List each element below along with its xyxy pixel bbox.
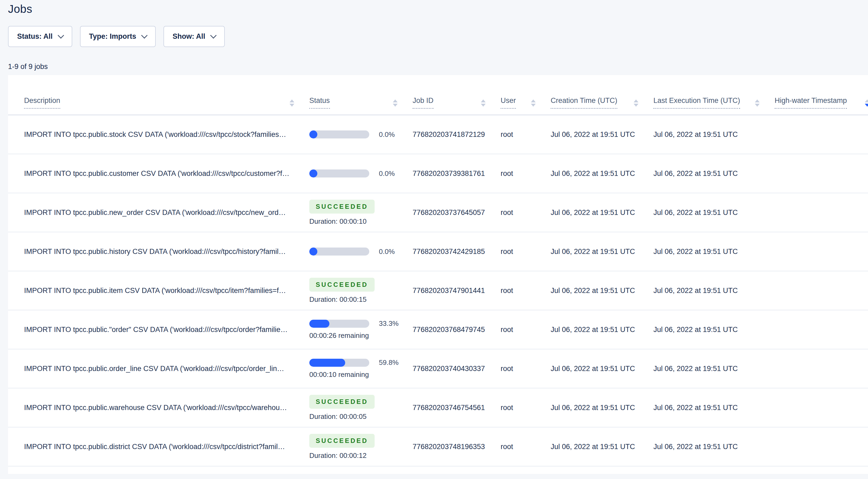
duration-text: Duration: 00:00:12: [309, 451, 412, 460]
column-header-description[interactable]: Description: [24, 97, 309, 115]
description-cell[interactable]: IMPORT INTO tpcc.public.item CSV DATA ('…: [24, 286, 309, 295]
job-row[interactable]: IMPORT INTO tpcc.public.stock CSV DATA (…: [8, 115, 868, 154]
progress-fill: [309, 169, 317, 177]
user-cell: root: [501, 286, 551, 295]
sort-desc-icon: [865, 104, 868, 107]
job-row[interactable]: IMPORT INTO tpcc.public.new_order CSV DA…: [8, 193, 868, 232]
job-row[interactable]: IMPORT INTO tpcc.public.history CSV DATA…: [8, 232, 868, 271]
sort-desc-icon: [289, 104, 294, 107]
column-label: User: [501, 97, 516, 109]
progress-bar-row: 0.0%: [309, 247, 412, 256]
sort-asc-icon: [531, 99, 536, 102]
table-header-row: DescriptionStatusJob IDUserCreation Time…: [8, 75, 868, 115]
user-cell: root: [501, 365, 551, 373]
description-cell[interactable]: IMPORT INTO tpcc.public.order_line CSV D…: [24, 365, 309, 373]
status-badge: SUCCEEDED: [309, 434, 375, 448]
show-filter-dropdown[interactable]: Show: All: [163, 26, 225, 47]
status-filter-dropdown[interactable]: Status: All: [8, 26, 72, 47]
progress-percent: 0.0%: [379, 131, 395, 139]
job-row[interactable]: IMPORT INTO tpcc.public.item CSV DATA ('…: [8, 271, 868, 310]
sort-carets-icon[interactable]: [393, 99, 398, 107]
progress-bar: [309, 169, 369, 177]
job-row[interactable]: IMPORT INTO tpcc.public.order_line CSV D…: [8, 349, 868, 388]
chevron-down-icon: [58, 32, 64, 38]
progress-bar-row: 0.0%: [309, 169, 412, 178]
sort-asc-icon: [755, 99, 760, 102]
status-cell: 59.8%00:00:10 remaining: [309, 358, 412, 379]
user-cell: root: [501, 443, 551, 451]
duration-text: Duration: 00:00:05: [309, 412, 412, 421]
sort-desc-icon: [633, 104, 639, 107]
type-filter-dropdown[interactable]: Type: Imports: [80, 26, 156, 47]
creation-time-cell: Jul 06, 2022 at 19:51 UTC: [551, 169, 653, 178]
sort-carets-icon[interactable]: [755, 99, 760, 107]
last-execution-time-cell: Jul 06, 2022 at 19:51 UTC: [653, 404, 775, 412]
progress-percent: 0.0%: [379, 169, 395, 178]
progress-bar-row: 59.8%: [309, 358, 412, 367]
last-execution-time-cell: Jul 06, 2022 at 19:51 UTC: [653, 247, 775, 256]
column-label: Creation Time (UTC): [551, 97, 617, 109]
jobs-table-card: DescriptionStatusJob IDUserCreation Time…: [8, 75, 868, 474]
status-cell: 33.3%00:00:26 remaining: [309, 319, 412, 340]
last-execution-time-cell: Jul 06, 2022 at 19:51 UTC: [653, 365, 775, 373]
progress-percent: 33.3%: [379, 319, 399, 328]
sort-asc-icon: [865, 99, 868, 102]
job-id-cell: 776820203768479745: [412, 326, 501, 334]
sort-carets-icon[interactable]: [865, 99, 868, 107]
sort-carets-icon[interactable]: [481, 99, 486, 107]
sort-carets-icon[interactable]: [531, 99, 536, 107]
job-row[interactable]: IMPORT INTO tpcc.public.district CSV DAT…: [8, 427, 868, 467]
results-count: 1-9 of 9 jobs: [8, 63, 48, 71]
show-filter-label: Show: All: [173, 32, 205, 41]
remaining-time: 00:00:26 remaining: [309, 332, 412, 340]
column-header-user[interactable]: User: [501, 97, 551, 115]
column-header-job-id[interactable]: Job ID: [412, 97, 501, 115]
status-filter-label: Status: All: [17, 32, 53, 41]
sort-carets-icon[interactable]: [633, 99, 639, 107]
last-execution-time-cell: Jul 06, 2022 at 19:51 UTC: [653, 208, 775, 217]
description-cell[interactable]: IMPORT INTO tpcc.public.district CSV DAT…: [24, 443, 309, 451]
column-header-creation-time-utc[interactable]: Creation Time (UTC): [551, 97, 653, 115]
description-cell[interactable]: IMPORT INTO tpcc.public.history CSV DATA…: [24, 247, 309, 256]
sort-asc-icon: [393, 99, 398, 102]
user-cell: root: [501, 169, 551, 178]
sort-asc-icon: [289, 99, 294, 102]
job-id-cell: 776820203737645057: [412, 208, 501, 217]
job-row[interactable]: IMPORT INTO tpcc.public.customer CSV DAT…: [8, 154, 868, 193]
sort-desc-icon: [531, 104, 536, 107]
column-header-last-execution-time-utc[interactable]: Last Execution Time (UTC): [653, 97, 775, 115]
progress-bar-row: 33.3%: [309, 319, 412, 328]
description-cell[interactable]: IMPORT INTO tpcc.public.customer CSV DAT…: [24, 169, 309, 178]
sort-asc-icon: [633, 99, 639, 102]
progress-percent: 0.0%: [379, 247, 395, 256]
table-body: IMPORT INTO tpcc.public.stock CSV DATA (…: [8, 115, 868, 467]
description-cell[interactable]: IMPORT INTO tpcc.public.warehouse CSV DA…: [24, 404, 309, 412]
description-cell[interactable]: IMPORT INTO tpcc.public."order" CSV DATA…: [24, 326, 309, 334]
column-header-high-water-timestamp[interactable]: High-water Timestamp: [775, 97, 868, 115]
last-execution-time-cell: Jul 06, 2022 at 19:51 UTC: [653, 326, 775, 334]
status-cell: 0.0%: [309, 247, 412, 256]
sort-desc-icon: [755, 104, 760, 107]
job-row[interactable]: IMPORT INTO tpcc.public."order" CSV DATA…: [8, 310, 868, 349]
job-id-cell: 776820203748196353: [412, 443, 501, 451]
creation-time-cell: Jul 06, 2022 at 19:51 UTC: [551, 286, 653, 295]
column-header-status[interactable]: Status: [309, 97, 412, 115]
status-cell: SUCCEEDEDDuration: 00:00:10: [309, 200, 412, 226]
column-label: Description: [24, 97, 60, 109]
user-cell: root: [501, 326, 551, 334]
sort-desc-icon: [393, 104, 398, 107]
job-id-cell: 776820203742429185: [412, 247, 501, 256]
filter-bar: Status: All Type: Imports Show: All: [8, 26, 225, 47]
sort-asc-icon: [481, 99, 486, 102]
duration-text: Duration: 00:00:10: [309, 217, 412, 226]
page-title: Jobs: [8, 3, 32, 15]
last-execution-time-cell: Jul 06, 2022 at 19:51 UTC: [653, 286, 775, 295]
description-cell[interactable]: IMPORT INTO tpcc.public.stock CSV DATA (…: [24, 131, 309, 139]
column-label: Last Execution Time (UTC): [653, 97, 740, 109]
sort-carets-icon[interactable]: [289, 99, 294, 107]
job-row[interactable]: IMPORT INTO tpcc.public.warehouse CSV DA…: [8, 388, 868, 427]
progress-bar: [309, 247, 369, 255]
user-cell: root: [501, 404, 551, 412]
description-cell[interactable]: IMPORT INTO tpcc.public.new_order CSV DA…: [24, 208, 309, 217]
progress-fill: [309, 359, 345, 367]
